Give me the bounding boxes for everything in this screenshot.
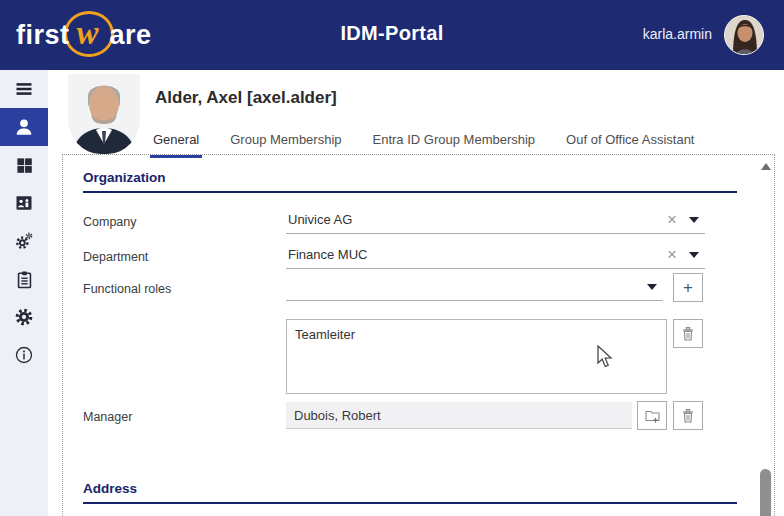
assigned-role-item[interactable]: Teamleiter <box>287 320 666 344</box>
logo-w-mark: w <box>70 14 110 56</box>
sidebar-item-settings[interactable] <box>0 298 48 336</box>
company-label: Company <box>83 215 137 229</box>
functional-roles-label: Functional roles <box>83 282 171 296</box>
plus-icon: + <box>683 279 693 296</box>
services-gears-icon <box>14 231 34 251</box>
manager-browse-button[interactable] <box>637 401 667 430</box>
hamburger-menu-icon <box>14 79 34 99</box>
department-clear-icon[interactable]: × <box>657 246 687 263</box>
sidebar-item-menu[interactable] <box>0 70 48 108</box>
functional-roles-input[interactable] <box>286 279 645 294</box>
general-form-panel: Organization Company × Department × Func… <box>62 154 775 516</box>
sidebar-item-org-directory[interactable] <box>0 184 48 222</box>
sidebar-item-services[interactable] <box>0 222 48 260</box>
assigned-roles-listbox[interactable]: Teamleiter <box>286 319 667 394</box>
profile-tabs: General Group Membership Entra ID Group … <box>150 132 722 158</box>
user-portrait-photo <box>68 74 140 154</box>
folder-plus-icon <box>644 407 661 424</box>
organization-section-heading: Organization <box>83 170 737 193</box>
settings-gear-icon <box>14 307 34 327</box>
delete-functional-role-button[interactable] <box>673 319 703 348</box>
add-functional-role-button[interactable]: + <box>673 273 703 302</box>
tab-general[interactable]: General <box>150 132 202 158</box>
logo-text-w: w <box>77 15 99 52</box>
manager-input[interactable] <box>286 402 632 429</box>
functional-roles-dropdown <box>286 273 663 301</box>
department-dropdown-icon[interactable] <box>689 252 699 258</box>
sidebar-item-tasks[interactable] <box>0 260 48 298</box>
org-directory-icon <box>14 193 34 213</box>
department-field: × <box>286 241 705 269</box>
tab-entra-id-group-membership[interactable]: Entra ID Group Membership <box>370 132 539 158</box>
functional-roles-dropdown-icon[interactable] <box>647 284 657 290</box>
logo-text-are: are <box>110 20 152 51</box>
user-display-name: Alder, Axel [axel.alder] <box>155 88 337 108</box>
user-avatar[interactable] <box>724 15 764 55</box>
portrait-illustration <box>68 74 140 154</box>
person-icon <box>13 116 35 138</box>
logo-text-first: first <box>16 20 70 51</box>
app-header: first w are IDM-Portal karla.armin <box>0 0 784 70</box>
sidebar-item-info[interactable] <box>0 336 48 374</box>
delete-manager-button[interactable] <box>673 401 703 430</box>
sidebar-item-user-profile[interactable] <box>0 108 48 146</box>
department-input[interactable] <box>286 247 657 262</box>
sidebar-item-apps[interactable] <box>0 146 48 184</box>
company-input[interactable] <box>286 212 657 227</box>
company-field: × <box>286 206 705 234</box>
trash-icon <box>680 326 696 342</box>
left-nav-sidebar <box>0 70 48 516</box>
info-icon <box>14 345 34 365</box>
clipboard-icon <box>15 270 34 289</box>
company-dropdown-icon[interactable] <box>689 217 699 223</box>
tab-out-of-office-assistant[interactable]: Ouf of Office Assistant <box>563 132 697 158</box>
logged-in-username[interactable]: karla.armin <box>643 26 712 42</box>
trash-icon <box>680 408 696 424</box>
scroll-up-arrow-icon[interactable] <box>761 163 771 170</box>
firstware-logo[interactable]: first w are <box>16 14 152 56</box>
scrollbar-thumb[interactable] <box>760 469 771 516</box>
manager-label: Manager <box>83 410 132 424</box>
avatar-photo-illustration <box>725 16 764 55</box>
apps-grid-icon <box>15 156 34 175</box>
address-section-heading: Address <box>83 481 737 504</box>
vertical-scrollbar <box>760 157 772 516</box>
tab-group-membership[interactable]: Group Membership <box>227 132 344 158</box>
department-label: Department <box>83 250 148 264</box>
company-clear-icon[interactable]: × <box>657 211 687 228</box>
